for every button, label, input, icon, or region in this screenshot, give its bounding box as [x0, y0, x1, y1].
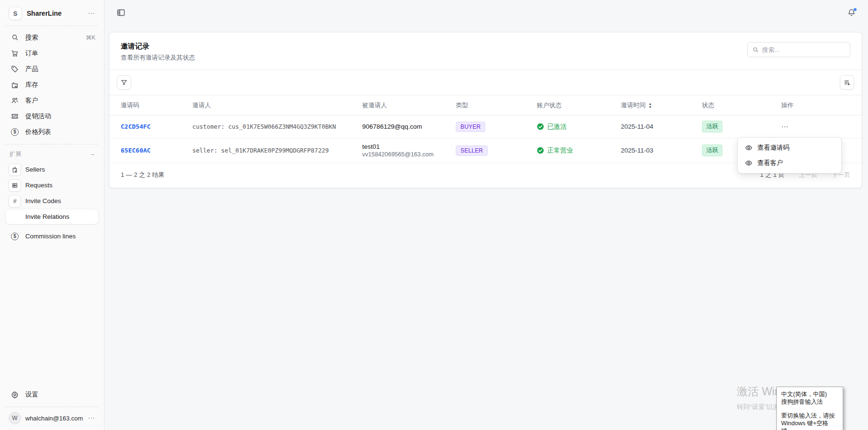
sidebar-item-label: 促销活动	[25, 112, 95, 121]
sidebar-header: S SharerLine ⋯	[6, 5, 98, 25]
divider	[6, 407, 98, 407]
hash-icon: #	[9, 195, 21, 207]
search-icon	[753, 47, 759, 53]
invite-code-link[interactable]: 65EC60AC	[109, 147, 181, 154]
ime-language: 中文(简体，中国)	[781, 390, 838, 398]
sidebar-item-label: Sellers	[25, 166, 95, 173]
sidebar-item-requests[interactable]: Requests	[6, 178, 98, 193]
menu-item-label: 查看客户	[757, 159, 783, 167]
app-logo[interactable]: S	[9, 7, 22, 20]
filter-button[interactable]	[117, 75, 131, 90]
card-header: 邀请记录 查看所有邀请记录及其状态	[109, 32, 862, 70]
table-row[interactable]: C2CD54FC customer: cus_01K7E5W066Z3NM4GQ…	[109, 115, 862, 138]
sidebar-item-price-lists[interactable]: $ 价格列表	[6, 124, 98, 139]
app-name: SharerLine	[27, 10, 83, 17]
sidebar-item-label: 搜索	[25, 33, 82, 42]
sidebar-item-label: 价格列表	[25, 128, 95, 136]
type-badge: SELLER	[456, 145, 488, 156]
search-input[interactable]	[762, 46, 845, 53]
search-icon	[9, 34, 21, 41]
sidebar-item-label: 设置	[25, 390, 95, 399]
sidebar-item-promotions[interactable]: 促销活动	[6, 109, 98, 123]
sort-columns-button[interactable]	[840, 75, 854, 90]
sidebar-nav: 搜索 ⌘K 订单 产品 库存	[6, 30, 98, 139]
cart-icon	[9, 50, 21, 57]
sidebar-item-label: 库存	[25, 81, 95, 89]
col-header-inviter: 邀请人	[181, 101, 351, 110]
invite-code-link[interactable]: C2CD54FC	[109, 123, 181, 130]
sidebar-item-invite-relations[interactable]: Invite Relations	[6, 209, 98, 224]
account-status: 已激活	[537, 123, 604, 131]
table-toolbar	[109, 70, 862, 95]
invite-date-cell: 2025-11-03	[609, 147, 690, 154]
dollar-circle-icon: $	[9, 233, 21, 240]
invite-date-cell: 2025-11-04	[609, 123, 690, 130]
users-icon	[9, 97, 21, 104]
account-status: 正常营业	[537, 146, 604, 155]
status-badge: 活跃	[702, 121, 722, 133]
divider	[6, 26, 98, 26]
sidebar-item-search[interactable]: 搜索 ⌘K	[6, 30, 98, 45]
col-header-actions: 操作	[770, 101, 862, 110]
sort-icon[interactable]: ▲▼	[648, 102, 652, 109]
menu-item-label: 查看邀请码	[757, 143, 790, 152]
sidebar-item-customers[interactable]: 客户	[6, 93, 98, 108]
menu-item-view-customer[interactable]: 查看客户	[740, 155, 839, 171]
app-logo-letter: S	[13, 10, 18, 17]
col-header-invitee: 被邀请人	[351, 101, 444, 110]
user-menu-ellipsis-icon[interactable]: ⋯	[88, 414, 95, 422]
avatar: W	[9, 412, 21, 424]
user-menu[interactable]: W whalchain@163.com ⋯	[6, 410, 98, 424]
sidebar-item-label: Commission lines	[25, 233, 95, 240]
sidebar-item-sellers[interactable]: Sellers	[6, 162, 98, 177]
inviter-cell: seller: sel_01K7DRAKE0PZ99MQDGRFP87229	[181, 147, 351, 154]
menu-item-view-invite-code[interactable]: 查看邀请码	[740, 140, 839, 155]
sidebar-item-label: 产品	[25, 65, 95, 73]
main-area: 邀请记录 查看所有邀请记录及其状态	[105, 0, 868, 430]
col-header-invite-time: 邀请时间 ▲▼	[609, 101, 690, 110]
eye-icon	[744, 159, 753, 167]
sidebar-item-commission-lines[interactable]: $ Commission lines	[6, 229, 98, 244]
ime-tooltip: 中文(简体，中国) 搜狗拼音输入法 要切换输入法，请按 Windows 键+空格…	[776, 387, 843, 430]
tag-icon	[9, 65, 21, 73]
invitee-cell: test01	[362, 143, 439, 150]
invitee-cell: 906786129@qq.com	[362, 123, 439, 130]
type-badge: BUYER	[456, 122, 485, 132]
sidebar-item-label: Requests	[25, 182, 95, 189]
sidebar-item-orders[interactable]: 订单	[6, 46, 98, 61]
row-actions-button[interactable]: ⋯	[781, 123, 789, 131]
ime-input-method: 搜狗拼音输入法	[781, 398, 838, 406]
inviter-cell: customer: cus_01K7E5W066Z3NM4GQ3Z9KT0BKN	[181, 123, 351, 130]
user-email: whalchain@163.com	[25, 415, 84, 422]
warehouse-icon	[9, 81, 21, 89]
row-actions-menu: 查看邀请码 查看客户	[737, 137, 842, 174]
col-header-status: 状态	[690, 101, 770, 110]
sidebar-item-products[interactable]: 产品	[6, 61, 98, 76]
sidebar-item-label: Invite Codes	[25, 197, 95, 205]
page-subtitle: 查看所有邀请记录及其状态	[121, 53, 195, 62]
topbar	[105, 0, 868, 25]
list-rows-icon	[9, 179, 21, 192]
search-shortcut: ⌘K	[86, 34, 95, 41]
collapse-section-icon[interactable]: −	[91, 151, 94, 158]
table-search[interactable]	[747, 42, 850, 57]
sidebar-toggle-button[interactable]	[117, 9, 125, 16]
sidebar-item-inventory[interactable]: 库存	[6, 77, 98, 92]
sidebar-item-label: Invite Relations	[25, 213, 95, 220]
ime-hint-line1: 要切换输入法，请按	[781, 412, 838, 420]
sidebar-item-settings[interactable]: 设置	[6, 387, 98, 402]
check-circle-icon	[537, 147, 544, 154]
results-count: 1 — 2 之 2 结果	[121, 171, 165, 179]
ticket-icon	[9, 113, 21, 120]
notification-dot	[853, 8, 857, 11]
invitee-sub-cell: vv15842069565@163.com	[362, 151, 439, 158]
ime-hint-line2: Windows 键+空格键。	[781, 420, 838, 430]
sidebar-extensions: Sellers Requests # Invite Codes Invite R…	[6, 161, 98, 244]
sidebar-item-label: 客户	[25, 96, 95, 105]
notifications-button[interactable]	[847, 9, 856, 17]
gear-icon	[9, 391, 21, 399]
sidebar-item-invite-codes[interactable]: # Invite Codes	[6, 194, 98, 208]
extensions-section-header: 扩展 −	[6, 148, 98, 161]
eye-icon	[744, 144, 753, 152]
sidebar-menu-ellipsis-icon[interactable]: ⋯	[88, 9, 95, 18]
